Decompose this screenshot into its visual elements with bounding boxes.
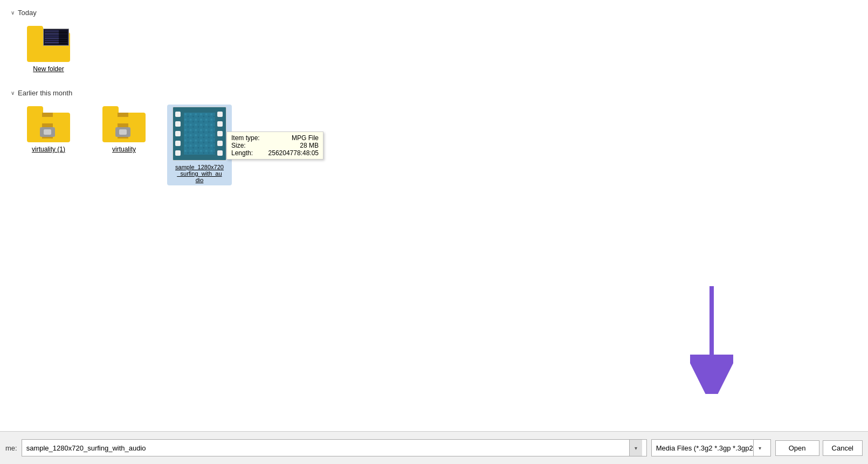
section-earlier[interactable]: ∨ Earlier this month: [11, 89, 857, 97]
list-item[interactable]: virtuality: [92, 105, 156, 185]
chevron-earlier-icon: ∨: [11, 90, 15, 96]
chevron-today-icon: ∨: [11, 10, 15, 16]
film-holes-right: [217, 107, 224, 160]
tooltip-key: Size:: [231, 142, 246, 149]
tooltip-key: Length:: [231, 149, 253, 157]
film-hole: [175, 121, 181, 127]
video-file-icon: [173, 107, 226, 161]
filename-input-container[interactable]: sample_1280x720_surfing_with_audio ▾: [22, 439, 647, 456]
folder-thumbnail: [43, 29, 69, 46]
zip-clasp-inner: [119, 129, 127, 135]
list-item[interactable]: New folder: [16, 24, 81, 73]
file-browser-main: ∨ Today: [0, 0, 868, 431]
zip-folder-icon: [27, 105, 70, 142]
filetype-value: Media Files (*.3g2 *.3gp *.3gp2: [656, 444, 753, 452]
open-button[interactable]: Open: [775, 440, 819, 456]
film-hole: [175, 150, 181, 156]
tooltip-value: 256204778:48:05: [268, 149, 319, 157]
section-today[interactable]: ∨ Today: [11, 9, 857, 17]
tooltip-row: Length: 256204778:48:05: [231, 149, 319, 157]
zip-segment: [118, 118, 128, 122]
folder-tab: [27, 26, 43, 32]
film-texture: [184, 113, 215, 155]
tooltip-row: Size: 28 MB: [231, 142, 319, 149]
thumbnail-inner: [44, 29, 68, 45]
filetype-select-container[interactable]: Media Files (*.3g2 *.3gp *.3gp2 ▾: [651, 439, 771, 456]
thumbnail-svg: [44, 29, 68, 45]
tooltip-key: Item type:: [231, 134, 260, 142]
list-item[interactable]: virtuality (1): [16, 105, 81, 185]
tooltip-value: MPG File: [292, 134, 319, 142]
film-strip: [173, 107, 226, 160]
film-hole: [217, 141, 223, 146]
film-holes-left: [175, 107, 182, 160]
folder-with-thumb-icon: [27, 24, 70, 62]
section-earlier-label: Earlier this month: [18, 89, 72, 97]
virtuality-label: virtuality: [112, 146, 136, 153]
virtuality1-label: virtuality (1): [32, 146, 65, 153]
tooltip-value: 28 MB: [300, 142, 319, 149]
svg-rect-7: [59, 30, 67, 44]
zip-clasp-inner: [44, 129, 51, 135]
film-content: [184, 113, 215, 155]
film-hole: [217, 112, 223, 117]
new-folder-label: New folder: [33, 65, 64, 73]
sample-video-item[interactable]: sample_1280x720_surfing_with_audio Item …: [167, 105, 232, 185]
file-tooltip: Item type: MPG File Size: 28 MB Length: …: [226, 131, 323, 160]
zip-clasp: [115, 127, 130, 137]
zip-segment: [42, 118, 53, 122]
bottom-bar: me: sample_1280x720_surfing_with_audio ▾…: [0, 431, 868, 464]
zip-folder-tab: [102, 106, 119, 113]
sample-video-label: sample_1280x720_surfing_with_audio: [175, 164, 224, 183]
film-hole: [217, 121, 223, 127]
zip-clasp: [40, 127, 55, 137]
film-hole: [217, 150, 223, 156]
zip-segment: [118, 113, 128, 117]
zip-folder-icon: [102, 105, 146, 142]
filename-value: sample_1280x720_surfing_with_audio: [26, 444, 629, 452]
today-items-grid: New folder: [11, 24, 857, 73]
svg-rect-9: [184, 113, 215, 154]
filename-dropdown-button[interactable]: ▾: [629, 440, 642, 456]
tooltip-row: Item type: MPG File: [231, 134, 319, 142]
earlier-items-grid: virtuality (1) virtuality: [11, 105, 857, 185]
filetype-dropdown-button[interactable]: ▾: [753, 440, 766, 456]
film-hole: [175, 141, 181, 146]
filename-label-text: me:: [5, 444, 17, 452]
zip-folder-tab: [27, 106, 43, 113]
action-buttons: Open Cancel: [775, 440, 863, 456]
zip-segment: [42, 113, 53, 117]
film-hole: [217, 131, 223, 136]
film-hole: [175, 112, 181, 117]
section-today-label: Today: [18, 9, 37, 17]
film-hole: [175, 131, 181, 136]
cancel-button[interactable]: Cancel: [823, 440, 863, 456]
